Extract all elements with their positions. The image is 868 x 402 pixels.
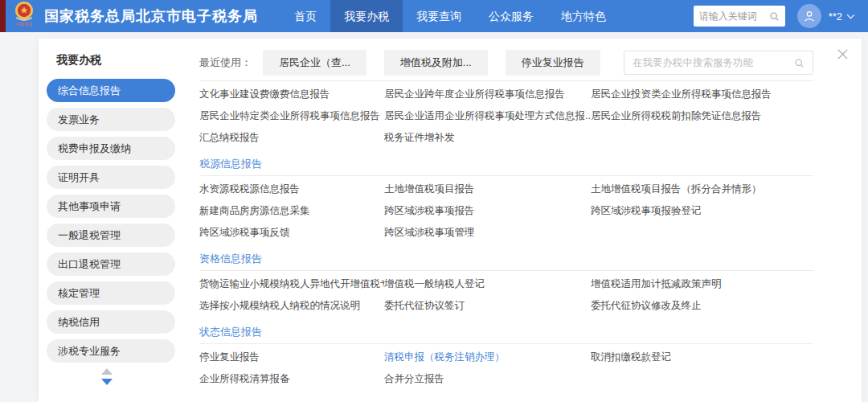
emblem-icon — [14, 1, 35, 22]
sidebar-item[interactable]: 纳税信用 — [47, 310, 175, 334]
nav-item[interactable]: 我要办税 — [330, 0, 403, 32]
logo-caption: 中国税务 — [15, 22, 33, 26]
header-search-input[interactable] — [699, 10, 769, 22]
service-link[interactable]: 跨区域涉税事项反馈 — [199, 222, 384, 244]
service-group-general: 文化事业建设费缴费信息报告 居民企业跨年度企业所得税事项信息报告 居民企业投资类… — [199, 80, 813, 151]
category-sidebar: 我要办税 综合信息报告 发票业务 税费申报及缴纳 证明开具 其他事项申请 一般退… — [39, 39, 175, 402]
sidebar-item[interactable]: 综合信息报告 — [47, 79, 175, 102]
user-menu[interactable]: **2 — [829, 10, 855, 23]
service-link[interactable]: 委托代征协议修改及终止 — [591, 295, 813, 317]
service-link[interactable]: 取消扣缴税款登记 — [591, 347, 813, 368]
recent-used-row: 最近使用： 居民企业（查... 增值税及附加... 停业复业报告 — [199, 50, 813, 76]
nav-item[interactable]: 公众服务 — [475, 0, 547, 32]
recent-service-button[interactable]: 停业复业报告 — [506, 50, 600, 76]
service-link[interactable]: 跨区域涉税事项报验登记 — [591, 200, 813, 222]
recent-used-buttons: 居民企业（查... 增值税及附加... 停业复业报告 — [263, 50, 618, 76]
service-link[interactable]: 汇总纳税报告 — [199, 127, 384, 149]
service-link[interactable]: 居民企业所得税税前扣除凭证信息报告 — [591, 105, 813, 127]
person-icon — [802, 9, 817, 23]
group-links: 水资源税税源信息报告 土地增值税项目报告 土地增值税项目报告（拆分合并情形） 新… — [199, 176, 813, 246]
search-icon — [769, 11, 780, 22]
sidebar-item[interactable]: 一般退税管理 — [47, 224, 175, 247]
service-link[interactable]: 土地增值税项目报告 — [384, 178, 591, 200]
service-link[interactable]: 水资源税税源信息报告 — [199, 178, 384, 200]
service-link[interactable]: 选择按小规模纳税人纳税的情况说明 — [199, 295, 384, 317]
group-title: 状态信息报告 — [199, 319, 813, 343]
service-search-box[interactable] — [624, 51, 813, 75]
service-group-status: 状态信息报告 停业复业报告 清税申报（税务注销办理） 取消扣缴税款登记 企业所得… — [199, 319, 813, 392]
main-nav: 首页 我要办税 我要查询 公众服务 地方特色 — [280, 0, 620, 32]
service-search-input[interactable] — [633, 57, 794, 68]
sidebar-item[interactable]: 其他事项申请 — [47, 195, 175, 218]
recent-service-button[interactable]: 居民企业（查... — [263, 50, 366, 76]
close-button[interactable] — [837, 48, 849, 60]
sidebar-items: 综合信息报告 发票业务 税费申报及缴纳 证明开具 其他事项申请 一般退税管理 出… — [39, 79, 175, 363]
service-link[interactable]: 货物运输业小规模纳税人异地代开增值税专用... — [199, 273, 384, 295]
recent-used-label: 最近使用： — [199, 55, 252, 70]
tax-services-panel: 我要办税 综合信息报告 发票业务 税费申报及缴纳 证明开具 其他事项申请 一般退… — [39, 39, 862, 402]
service-link[interactable]: 文化事业建设费缴费信息报告 — [199, 84, 384, 105]
service-link[interactable]: 税务证件增补发 — [384, 127, 591, 149]
sidebar-item[interactable]: 出口退税管理 — [47, 252, 175, 276]
tax-bureau-logo: 中国税务 — [10, 1, 38, 31]
left-red-strip — [0, 0, 6, 32]
sidebar-pager — [39, 368, 175, 385]
sidebar-item[interactable]: 证明开具 — [47, 166, 175, 189]
service-link[interactable]: 新建商品房房源信息采集 — [199, 200, 384, 222]
service-link[interactable]: 停业复业报告 — [199, 347, 384, 368]
sidebar-heading: 我要办税 — [39, 43, 175, 79]
sidebar-item[interactable]: 发票业务 — [47, 108, 175, 131]
recent-service-button[interactable]: 增值税及附加... — [384, 50, 488, 76]
service-link[interactable]: 企业所得税清算报备 — [199, 368, 384, 390]
service-group-tax-source: 税源信息报告 水资源税税源信息报告 土地增值税项目报告 土地增值税项目报告（拆分… — [199, 151, 813, 246]
group-links: 货物运输业小规模纳税人异地代开增值税专用... 增值税一般纳税人登记 增值税适用… — [199, 271, 813, 319]
nav-item[interactable]: 首页 — [280, 0, 330, 32]
service-group-qualification: 资格信息报告 货物运输业小规模纳税人异地代开增值税专用... 增值税一般纳税人登… — [199, 246, 813, 319]
service-link[interactable]: 土地增值税项目报告（拆分合并情形） — [591, 178, 813, 200]
header-search-box[interactable] — [694, 6, 785, 27]
service-link[interactable]: 合并分立报告 — [384, 368, 591, 390]
group-title: 税源信息报告 — [199, 151, 813, 175]
group-links: 停业复业报告 清税申报（税务注销办理） 取消扣缴税款登记 企业所得税清算报备 合… — [199, 344, 813, 392]
service-link[interactable]: 增值税一般纳税人登记 — [384, 273, 591, 295]
sidebar-item[interactable]: 税费申报及缴纳 — [47, 137, 175, 160]
service-link[interactable]: 委托代征协议签订 — [384, 295, 591, 317]
search-icon — [794, 58, 805, 68]
site-title: 国家税务总局北京市电子税务局 — [44, 6, 258, 26]
service-link[interactable]: 居民企业投资类企业所得税事项信息报告 — [591, 84, 813, 105]
nav-item[interactable]: 地方特色 — [547, 0, 620, 32]
services-content: 最近使用： 居民企业（查... 增值税及附加... 停业复业报告 — [175, 39, 862, 402]
chevron-down-icon — [846, 14, 855, 19]
group-title: 资格信息报告 — [199, 246, 813, 270]
service-link[interactable]: 清税申报（税务注销办理） — [384, 347, 591, 368]
nav-item[interactable]: 我要查询 — [403, 0, 475, 32]
close-icon — [837, 48, 849, 60]
service-link[interactable]: 增值税适用加计抵减政策声明 — [591, 273, 813, 295]
scroll-down-icon[interactable] — [101, 379, 113, 385]
service-link[interactable]: 居民企业适用企业所得税事项处理方式信息报... — [384, 105, 591, 127]
top-header: 中国税务 国家税务总局北京市电子税务局 首页 我要办税 我要查询 公众服务 地方… — [0, 0, 868, 32]
service-link[interactable]: 居民企业跨年度企业所得税事项信息报告 — [384, 84, 591, 105]
service-link[interactable]: 跨区域涉税事项管理 — [384, 222, 591, 244]
sidebar-item[interactable]: 核定管理 — [47, 281, 175, 305]
service-link[interactable]: 跨区域涉税事项报告 — [384, 200, 591, 222]
user-name: **2 — [829, 10, 842, 23]
service-link[interactable]: 居民企业特定类企业所得税事项信息报告 — [199, 105, 384, 127]
sidebar-item[interactable]: 涉税专业服务 — [47, 339, 175, 363]
user-avatar[interactable] — [797, 4, 821, 28]
scroll-up-icon[interactable] — [101, 368, 113, 375]
group-links: 文化事业建设费缴费信息报告 居民企业跨年度企业所得税事项信息报告 居民企业投资类… — [199, 81, 813, 151]
